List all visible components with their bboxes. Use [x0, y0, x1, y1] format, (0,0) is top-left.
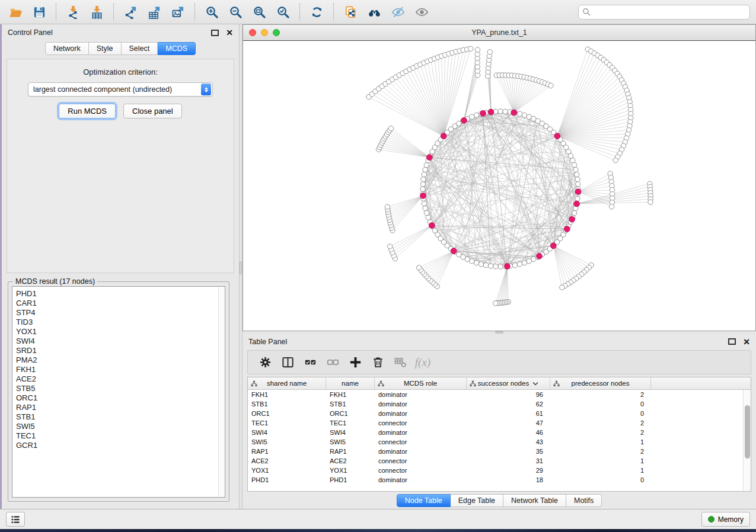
add-column-button[interactable]	[345, 353, 365, 372]
zoom-selected-button[interactable]	[272, 2, 294, 22]
memory-button[interactable]: Memory	[701, 512, 750, 527]
table-row[interactable]: RAP1RAP1dominator352	[248, 447, 743, 456]
mcds-result-item[interactable]: CAR1	[16, 299, 218, 308]
mcds-result-item[interactable]: GCR1	[16, 441, 218, 450]
import-network-button[interactable]	[62, 2, 84, 22]
tab-node-table[interactable]: Node Table	[397, 494, 451, 507]
column-header-successor-nodes[interactable]: successor nodes	[467, 377, 550, 389]
mcds-result-item[interactable]: ACE2	[16, 374, 218, 384]
first-neighbors-button[interactable]	[363, 2, 385, 22]
mcds-result-item[interactable]: YOX1	[16, 327, 218, 336]
gear-button[interactable]	[255, 353, 275, 372]
mcds-result-list[interactable]: PHD1CAR1STP4TID3YOX1SWI4SRD1PMA2FKH1ACE2…	[12, 286, 225, 498]
column-header-shared-name[interactable]: shared name	[248, 377, 326, 389]
mcds-result-item[interactable]: TID3	[16, 318, 218, 327]
run-mcds-button[interactable]: Run MCDS	[59, 104, 116, 118]
mcds-result-item[interactable]: PMA2	[16, 355, 218, 365]
table-row[interactable]: STB1STB1dominator620	[248, 399, 743, 409]
horizontal-splitter-grip[interactable]	[495, 331, 503, 334]
export-table-icon	[148, 5, 161, 19]
table-row[interactable]: ACE2ACE2connector311	[248, 456, 743, 466]
export-image-button[interactable]	[167, 2, 189, 22]
table-row[interactable]: FKH1FKH1dominator962	[248, 390, 743, 399]
tab-network-table[interactable]: Network Table	[503, 494, 566, 507]
table-row[interactable]: SWI5SWI5connector431	[248, 437, 743, 447]
mcds-result-item[interactable]: FKH1	[16, 365, 218, 374]
table-cell: SWI5	[326, 438, 375, 446]
clone-network-button[interactable]	[340, 2, 361, 22]
tab-select[interactable]: Select	[122, 42, 158, 55]
tab-mcds[interactable]: MCDS	[158, 42, 196, 55]
table-cell: RAP1	[248, 448, 326, 455]
float-panel-icon[interactable]	[211, 30, 219, 36]
table-cell: STB1	[326, 400, 375, 408]
table-cell: ORC1	[326, 410, 375, 417]
tab-style[interactable]: Style	[89, 42, 122, 55]
mcds-result-item[interactable]: SWI4	[16, 336, 218, 346]
close-table-panel-icon[interactable]: ✕	[743, 338, 750, 346]
float-table-panel-icon[interactable]	[728, 338, 736, 345]
search-input[interactable]	[578, 5, 750, 20]
table-cell: dominator	[375, 391, 467, 398]
split-columns-icon	[281, 355, 295, 369]
vertical-splitter[interactable]	[239, 24, 243, 509]
tab-edge-table[interactable]: Edge Table	[451, 494, 503, 507]
zoom-selected-icon	[276, 5, 290, 19]
mcds-list-scrollbar[interactable]	[218, 287, 225, 497]
save-session-button[interactable]	[28, 2, 50, 22]
network-canvas[interactable]	[243, 41, 755, 331]
mcds-result-item[interactable]: SRD1	[16, 346, 218, 355]
export-table-button[interactable]	[143, 2, 165, 22]
delete-column-button[interactable]	[368, 353, 388, 372]
table-cell: 1	[550, 467, 651, 474]
select-all-columns-button[interactable]	[300, 353, 320, 372]
unselect-all-columns-button[interactable]	[323, 353, 343, 372]
show-panel-icon	[415, 5, 429, 19]
mcds-result-item[interactable]: TEC1	[16, 431, 218, 441]
table-row[interactable]: YOX1YOX1connector291	[248, 466, 743, 475]
export-network-button[interactable]	[120, 2, 141, 22]
table-cell: YOX1	[248, 467, 326, 474]
mcds-result-item[interactable]: PHD1	[16, 289, 218, 299]
mcds-result-item[interactable]: ORC1	[16, 393, 218, 403]
show-panel-button[interactable]	[411, 2, 432, 22]
column-header-name[interactable]: name	[326, 377, 375, 389]
zoom-out-button[interactable]	[225, 2, 246, 22]
optimization-criterion-select[interactable]: largest connected component (undirected)	[28, 82, 213, 97]
refresh-button[interactable]	[306, 2, 327, 22]
close-panel-button[interactable]: Close panel	[123, 104, 182, 118]
network-graph[interactable]	[243, 41, 755, 330]
mcds-result-item[interactable]: STB5	[16, 384, 218, 393]
network-view-window: YPA_prune.txt_1	[243, 24, 756, 331]
import-table-button[interactable]	[86, 2, 107, 22]
table-row[interactable]: SWI4SWI4dominator462	[248, 428, 743, 437]
show-panels-menu-button[interactable]	[6, 512, 25, 527]
table-row[interactable]: ORC1ORC1dominator610	[248, 409, 743, 418]
mcds-buttons: Run MCDS Close panel	[59, 104, 181, 118]
close-panel-icon[interactable]: ✕	[226, 28, 233, 37]
column-header-predecessor-nodes[interactable]: predecessor nodes	[550, 377, 651, 389]
zoom-in-button[interactable]	[201, 2, 222, 22]
function-builder-button: f(x)	[413, 353, 433, 372]
table-row[interactable]: PHD1PHD1dominator180	[248, 475, 743, 485]
first-neighbors-icon	[368, 5, 381, 19]
tab-motifs[interactable]: Motifs	[566, 494, 602, 507]
unselect-all-columns-icon	[326, 355, 340, 369]
split-columns-button[interactable]	[277, 353, 298, 372]
hide-panels-button[interactable]	[387, 2, 409, 22]
table-cell: 96	[467, 391, 550, 398]
table-cell: RAP1	[326, 448, 375, 455]
zoom-fit-button[interactable]	[248, 2, 270, 22]
mcds-result-item[interactable]: RAP1	[16, 403, 218, 412]
open-file-button[interactable]	[5, 2, 26, 22]
column-header-MCDS-role[interactable]: MCDS role	[375, 377, 467, 389]
mcds-result-item[interactable]: STP4	[16, 308, 218, 318]
horizontal-splitter[interactable]	[243, 331, 756, 334]
table-scrollbar-thumb[interactable]	[745, 405, 750, 459]
mcds-result-item[interactable]: STB1	[16, 412, 218, 422]
mcds-result-item[interactable]: SWI5	[16, 422, 218, 431]
vertical-splitter-grip[interactable]	[240, 261, 242, 274]
tab-network[interactable]: Network	[45, 42, 89, 55]
table-scrollbar[interactable]	[743, 390, 751, 491]
table-row[interactable]: TEC1TEC1connector472	[248, 418, 743, 428]
